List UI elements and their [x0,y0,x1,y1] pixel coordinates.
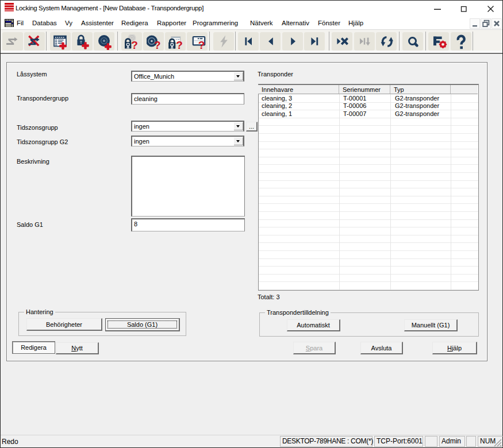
svg-text:?: ? [154,39,161,50]
svg-text:?: ? [176,39,183,50]
svg-text:?: ? [131,39,138,50]
svg-text:?: ? [198,39,205,50]
